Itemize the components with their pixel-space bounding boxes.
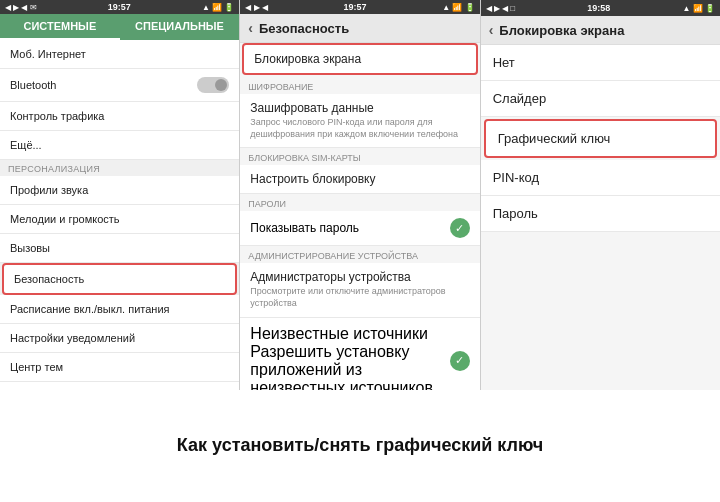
menu-bluetooth[interactable]: Bluetooth xyxy=(0,69,239,102)
show-password-label: Показывать пароль xyxy=(250,221,359,235)
status-bar-1: ◀ ▶ ◀ ✉ 19:57 ▲ 📶 🔋 xyxy=(0,0,239,14)
tab-special[interactable]: СПЕЦИАЛЬНЫЕ xyxy=(120,14,240,40)
menu-melodies[interactable]: Мелодии и громкость xyxy=(0,205,239,234)
footer-area: Как установить/снять графический ключ xyxy=(0,390,720,502)
show-password-check: ✓ xyxy=(450,218,470,238)
status2-right: ▲ 📶 🔋 xyxy=(442,3,474,12)
lock-pattern-label: Графический ключ xyxy=(498,131,611,146)
section-sim-lock: БЛОКИРОВКА SIM-КАРТЫ xyxy=(240,148,479,165)
panel-3: ◀ ▶ ◀ □ 19:58 ▲ 📶 🔋 ‹ Блокировка экрана … xyxy=(481,0,720,390)
status3-right: ▲ 📶 🔋 xyxy=(683,4,715,13)
bluetooth-label: Bluetooth xyxy=(10,79,56,91)
status-left-icons: ◀ ▶ ◀ ✉ xyxy=(5,3,37,12)
panel-2: ◀ ▶ ◀ 19:57 ▲ 📶 🔋 ‹ Безопасность Блокиро… xyxy=(240,0,480,390)
encrypt-subtitle: Запрос числового PIN-кода или пароля для… xyxy=(250,117,469,140)
setting-encrypt[interactable]: Зашифровать данные Запрос числового PIN-… xyxy=(240,94,479,148)
section-device-admin: АДМИНИСТРИРОВАНИЕ УСТРОЙСТВА xyxy=(240,246,479,263)
unknown-sources-check: ✓ xyxy=(450,351,470,371)
themes-label: Центр тем xyxy=(10,361,63,373)
lock-slider-label: Слайдер xyxy=(493,91,547,106)
lock-pin-label: PIN-код xyxy=(493,170,539,185)
unknown-sources-title: Неизвестные источники xyxy=(250,325,449,343)
sound-profiles-label: Профили звука xyxy=(10,184,88,196)
menu-schedule[interactable]: Расписание вкл./выкл. питания xyxy=(0,295,239,324)
personalization-label: ПЕРСОНАЛИЗАЦИЯ xyxy=(0,160,239,176)
encrypt-title: Зашифровать данные xyxy=(250,101,469,115)
panel3-title: Блокировка экрана xyxy=(499,23,624,38)
menu-calls[interactable]: Вызовы xyxy=(0,234,239,263)
panel2-title: Безопасность xyxy=(259,21,349,36)
security-label: Безопасность xyxy=(14,273,84,285)
tab-bar-1: СИСТЕМНЫЕ СПЕЦИАЛЬНЫЕ xyxy=(0,14,239,40)
setting-device-admins[interactable]: Администраторы устройства Просмотрите ил… xyxy=(240,263,479,317)
lock-option-slider[interactable]: Слайдер xyxy=(481,81,720,117)
menu-accounts[interactable]: АККАУНТЫ xyxy=(0,382,239,390)
menu-mob-internet[interactable]: Моб. Интернет xyxy=(0,40,239,69)
lock-option-none[interactable]: Нет xyxy=(481,45,720,81)
unknown-sources-subtitle: Разрешить установку приложений из неизве… xyxy=(250,343,449,390)
status3-left: ◀ ▶ ◀ □ xyxy=(486,4,516,13)
menu-notifications[interactable]: Настройки уведомлений xyxy=(0,324,239,353)
panel2-header: ‹ Безопасность xyxy=(240,14,479,43)
tab-system[interactable]: СИСТЕМНЫЕ xyxy=(0,14,120,40)
status-right-1: ▲ 📶 🔋 xyxy=(202,3,234,12)
notifications-label: Настройки уведомлений xyxy=(10,332,135,344)
status-time-3: 19:58 xyxy=(587,3,610,13)
sim-lock-title: Настроить блокировку xyxy=(250,172,469,186)
setting-screen-lock[interactable]: Блокировка экрана xyxy=(242,43,477,75)
status-time-1: 19:57 xyxy=(108,2,131,12)
status-bar-3: ◀ ▶ ◀ □ 19:58 ▲ 📶 🔋 xyxy=(481,0,720,16)
device-admins-subtitle: Просмотрите или отключите администраторо… xyxy=(250,286,469,309)
calls-label: Вызовы xyxy=(10,242,50,254)
melodies-label: Мелодии и громкость xyxy=(10,213,120,225)
back-arrow-2[interactable]: ‹ xyxy=(248,20,253,36)
device-admins-title: Администраторы устройства xyxy=(250,270,469,284)
lock-option-password[interactable]: Пароль xyxy=(481,196,720,232)
menu-sound-profiles[interactable]: Профили звука xyxy=(0,176,239,205)
menu-more[interactable]: Ещё... xyxy=(0,131,239,160)
section-passwords: ПАРОЛИ xyxy=(240,194,479,211)
panel3-header: ‹ Блокировка экрана xyxy=(481,16,720,45)
setting-unknown-sources[interactable]: Неизвестные источники Разрешить установк… xyxy=(240,318,479,390)
panel-1: ◀ ▶ ◀ ✉ 19:57 ▲ 📶 🔋 СИСТЕМНЫЕ СПЕЦИАЛЬНЫ… xyxy=(0,0,240,390)
status-bar-2: ◀ ▶ ◀ 19:57 ▲ 📶 🔋 xyxy=(240,0,479,14)
main-container: ◀ ▶ ◀ ✉ 19:57 ▲ 📶 🔋 СИСТЕМНЫЕ СПЕЦИАЛЬНЫ… xyxy=(0,0,720,502)
setting-show-password[interactable]: Показывать пароль ✓ xyxy=(240,211,479,246)
lock-option-pattern[interactable]: Графический ключ xyxy=(484,119,717,158)
lock-none-label: Нет xyxy=(493,55,515,70)
traffic-label: Контроль трафика xyxy=(10,110,104,122)
status2-left: ◀ ▶ ◀ xyxy=(245,3,267,12)
more-label: Ещё... xyxy=(10,139,42,151)
back-arrow-3[interactable]: ‹ xyxy=(489,22,494,38)
setting-sim-lock[interactable]: Настроить блокировку xyxy=(240,165,479,194)
status-time-2: 19:57 xyxy=(344,2,367,12)
footer-text: Как установить/снять графический ключ xyxy=(177,434,543,457)
schedule-label: Расписание вкл./выкл. питания xyxy=(10,303,170,315)
menu-themes[interactable]: Центр тем xyxy=(0,353,239,382)
mob-internet-label: Моб. Интернет xyxy=(10,48,86,60)
section-encryption: ШИФРОВАНИЕ xyxy=(240,77,479,94)
menu-security[interactable]: Безопасность xyxy=(2,263,237,295)
lock-option-pin[interactable]: PIN-код xyxy=(481,160,720,196)
menu-traffic[interactable]: Контроль трафика xyxy=(0,102,239,131)
panels-row: ◀ ▶ ◀ ✉ 19:57 ▲ 📶 🔋 СИСТЕМНЫЕ СПЕЦИАЛЬНЫ… xyxy=(0,0,720,390)
screen-lock-title: Блокировка экрана xyxy=(254,52,465,66)
lock-password-label: Пароль xyxy=(493,206,538,221)
bluetooth-toggle[interactable] xyxy=(197,77,229,93)
